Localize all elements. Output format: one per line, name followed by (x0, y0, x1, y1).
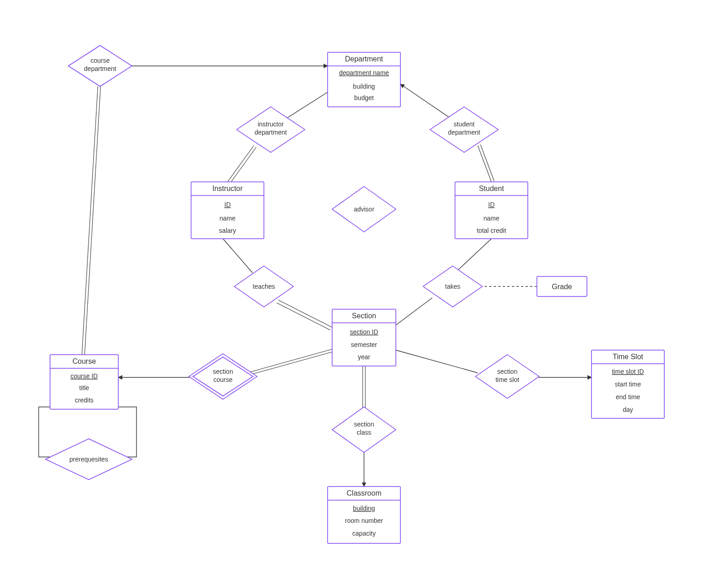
svg-text:time slot: time slot (495, 376, 519, 383)
edge-takes-student (455, 239, 491, 273)
svg-text:section: section (354, 421, 374, 428)
classroom-attr-capacity: capacity (352, 530, 375, 537)
instructor-attr-name: name (219, 215, 235, 222)
section-attr-year: year (358, 353, 370, 361)
svg-text:student: student (454, 120, 475, 128)
svg-text:takes: takes (445, 283, 460, 290)
svg-text:teaches: teaches (253, 283, 275, 290)
classroom-title: Classroom (347, 489, 381, 497)
svg-text:section: section (213, 368, 233, 375)
svg-text:class: class (357, 429, 371, 436)
timeslot-title: Time Slot (613, 353, 644, 361)
edge-seccourse-section-b (250, 352, 332, 375)
entity-department: Department department name building budg… (328, 52, 400, 107)
edge-takes-section (396, 298, 432, 325)
section-attr-semester: semester (351, 341, 377, 348)
relationship-section-timeslot: section time slot (475, 355, 539, 398)
course-attr-title: title (79, 384, 89, 391)
section-key: section ID (350, 328, 378, 336)
edge-teaches-section-a (278, 300, 332, 327)
entity-instructor: Instructor ID name salary (191, 182, 264, 239)
course-key: course ID (71, 372, 98, 380)
department-attr-budget: budget (354, 94, 374, 101)
svg-text:department: department (84, 65, 116, 72)
student-attr-name: name (483, 215, 499, 222)
entity-student: Student ID name total credit (455, 182, 528, 239)
edge-prereq-course-right (116, 407, 136, 457)
edge-coursedept-course-a (82, 86, 98, 355)
edge-prereq-course-left (39, 407, 59, 457)
classroom-key: building (353, 505, 375, 512)
edge-coursedept-course-b (85, 86, 101, 355)
relationship-prerequisites: prerequesites (46, 439, 132, 480)
entity-course: Course course ID title credits (50, 355, 118, 409)
er-diagram: Department department name building budg… (0, 0, 728, 582)
relationship-takes: takes (423, 266, 482, 307)
timeslot-key: time slot ID (612, 368, 644, 375)
classroom-attr-room: room number (345, 517, 383, 524)
department-key: department name (339, 69, 389, 76)
instructor-key: ID (224, 201, 231, 208)
edge-instrdept-instr-a (228, 146, 254, 182)
timeslot-attr-day: day (623, 406, 633, 413)
relationship-instructor-department: instructor department (237, 107, 305, 152)
timeslot-attr-end: end time (616, 393, 640, 401)
svg-text:course: course (91, 57, 110, 64)
relationship-section-course: section course (189, 354, 257, 399)
relationship-course-department: course department (68, 45, 132, 86)
instructor-attr-salary: salary (219, 227, 236, 234)
svg-text:department: department (255, 129, 287, 136)
grade-title: Grade (552, 283, 572, 291)
relationship-advisor: advisor (332, 186, 396, 232)
svg-text:prerequesites: prerequesites (70, 456, 108, 463)
department-title: Department (345, 55, 383, 63)
entity-grade: Grade (537, 276, 587, 296)
entity-timeslot: Time Slot time slot ID start time end ti… (592, 350, 664, 418)
edge-studdept-stud-b (480, 145, 494, 181)
relationship-section-class: section class (332, 407, 396, 452)
department-attr-building: building (353, 83, 375, 90)
instructor-title: Instructor (212, 185, 243, 192)
course-attr-credits: credits (75, 396, 93, 404)
edge-teaches-instructor (223, 239, 253, 273)
edge-sectimeslot-section (396, 350, 478, 373)
edge-studdept-stud-a (478, 146, 491, 182)
section-title: Section (352, 312, 376, 320)
svg-text:section: section (497, 368, 517, 375)
svg-text:course: course (213, 376, 233, 383)
svg-text:instructor: instructor (258, 120, 284, 128)
student-attr-totalcredit: total credit (477, 227, 506, 234)
edge-instrdept-instr-b (230, 147, 256, 184)
course-title: Course (72, 357, 96, 365)
svg-text:department: department (448, 129, 480, 136)
timeslot-attr-start: start time (615, 381, 641, 388)
edge-seccourse-section-a (250, 349, 332, 372)
svg-text:advisor: advisor (354, 206, 374, 213)
student-title: Student (479, 185, 504, 192)
relationship-teaches: teaches (234, 266, 293, 307)
edge-teaches-section-b (277, 303, 330, 330)
entity-section: Section section ID semester year (332, 309, 396, 366)
relationship-student-department: student department (430, 107, 498, 152)
student-key: ID (488, 201, 495, 208)
edge-studdept-department (400, 84, 450, 118)
entity-classroom: Classroom building room number capacity (328, 487, 400, 543)
